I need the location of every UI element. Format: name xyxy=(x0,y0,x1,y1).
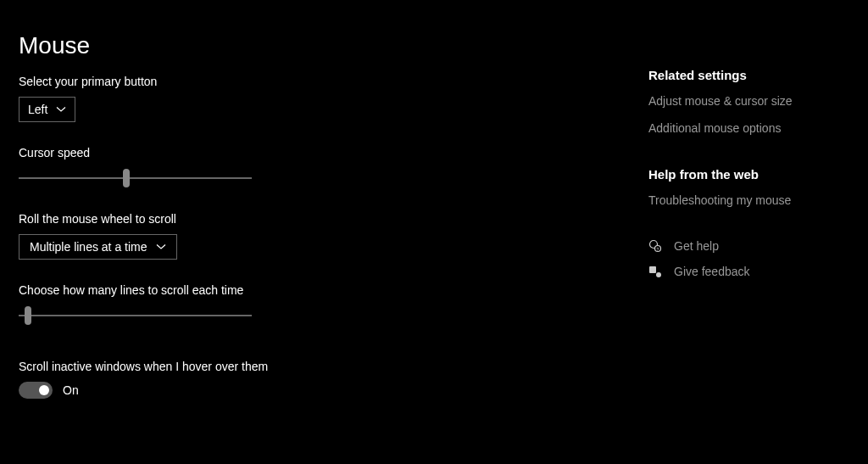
svg-text:?: ? xyxy=(657,247,659,252)
toggle-knob xyxy=(39,385,49,395)
give-feedback-label: Give feedback xyxy=(674,265,750,278)
slider-thumb xyxy=(123,169,130,187)
link-additional-options[interactable]: Additional mouse options xyxy=(648,121,852,135)
get-help-label: Get help xyxy=(674,239,719,253)
main-settings: Select your primary button Left Cursor s… xyxy=(19,75,358,422)
inactive-scroll-state: On xyxy=(63,383,79,397)
inactive-scroll-group: Scroll inactive windows when I hover ove… xyxy=(19,360,358,399)
related-settings-heading: Related settings xyxy=(648,68,852,82)
cursor-speed-label: Cursor speed xyxy=(19,146,358,159)
slider-thumb xyxy=(25,306,31,325)
sidebar: Related settings Adjust mouse & cursor s… xyxy=(648,68,852,310)
get-help-action[interactable]: ? Get help xyxy=(648,239,852,253)
primary-button-group: Select your primary button Left xyxy=(19,75,358,122)
scroll-lines-group: Choose how many lines to scroll each tim… xyxy=(19,283,358,326)
slider-track xyxy=(19,177,252,179)
help-web-heading: Help from the web xyxy=(648,167,852,182)
link-cursor-size[interactable]: Adjust mouse & cursor size xyxy=(648,94,852,108)
scroll-mode-dropdown[interactable]: Multiple lines at a time xyxy=(19,234,177,260)
chevron-down-icon xyxy=(156,243,166,250)
slider-track xyxy=(19,315,252,316)
help-web-section: Help from the web Troubleshooting my mou… xyxy=(648,167,852,207)
cursor-speed-group: Cursor speed xyxy=(19,146,358,188)
help-icon: ? xyxy=(648,239,662,253)
primary-button-label: Select your primary button xyxy=(19,75,358,88)
scroll-mode-group: Roll the mouse wheel to scroll Multiple … xyxy=(19,212,358,260)
related-settings-section: Related settings Adjust mouse & cursor s… xyxy=(648,68,852,135)
inactive-scroll-toggle-row: On xyxy=(19,382,358,399)
scroll-lines-label: Choose how many lines to scroll each tim… xyxy=(19,283,358,297)
primary-button-dropdown[interactable]: Left xyxy=(19,97,75,122)
primary-button-value: Left xyxy=(28,103,47,116)
svg-point-4 xyxy=(656,272,661,277)
scroll-mode-label: Roll the mouse wheel to scroll xyxy=(19,212,358,226)
chevron-down-icon xyxy=(56,106,66,113)
give-feedback-action[interactable]: Give feedback xyxy=(648,265,852,278)
scroll-mode-value: Multiple lines at a time xyxy=(30,240,147,254)
inactive-scroll-toggle[interactable] xyxy=(19,382,53,399)
scroll-lines-slider[interactable] xyxy=(19,305,252,326)
actions-section: ? Get help Give feedback xyxy=(648,239,852,278)
feedback-icon xyxy=(648,265,662,278)
inactive-scroll-label: Scroll inactive windows when I hover ove… xyxy=(19,360,358,373)
svg-rect-3 xyxy=(649,266,656,273)
page-title: Mouse xyxy=(19,32,90,59)
link-troubleshoot[interactable]: Troubleshooting my mouse xyxy=(648,193,852,207)
cursor-speed-slider[interactable] xyxy=(19,168,252,188)
